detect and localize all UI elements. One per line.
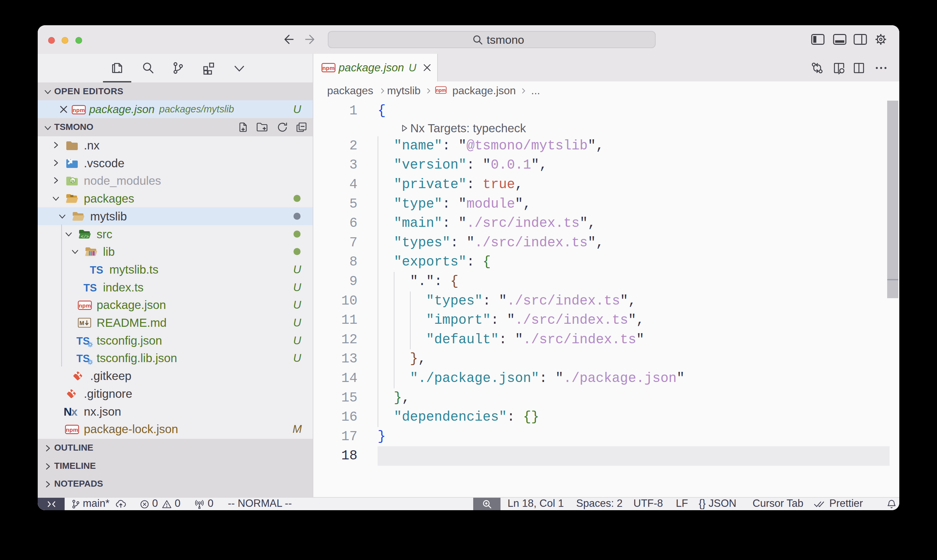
svg-text:npm: npm xyxy=(73,107,85,114)
svg-text:js: js xyxy=(71,179,74,183)
svg-text:npm: npm xyxy=(79,303,91,309)
svg-text:npm: npm xyxy=(322,65,335,71)
svg-text:</>: </> xyxy=(81,234,89,239)
svg-text:npm: npm xyxy=(66,427,78,433)
svg-text:npm: npm xyxy=(436,88,446,93)
svg-text:M: M xyxy=(79,320,84,326)
